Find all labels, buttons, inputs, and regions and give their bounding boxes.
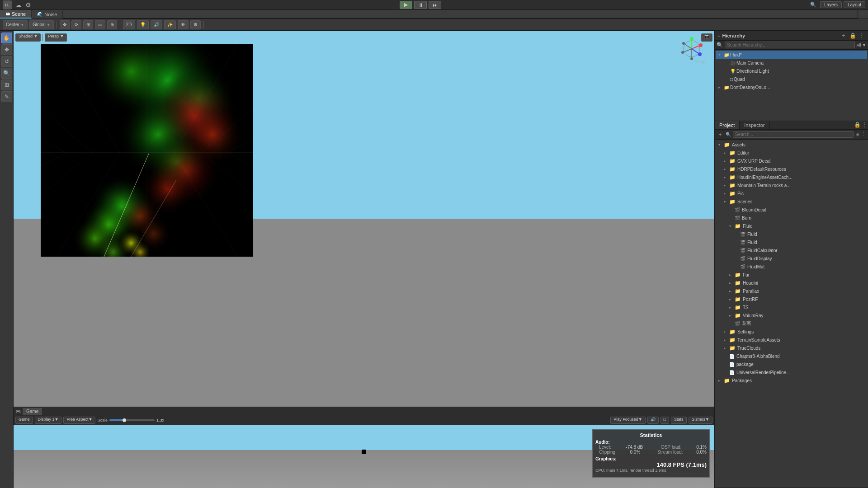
orbit-btn[interactable]: ↺ bbox=[1, 56, 12, 67]
project-view-options[interactable]: ⊞ bbox=[855, 131, 859, 137]
fx-btn[interactable]: ✨ bbox=[164, 20, 176, 29]
project-item[interactable]: ▸ 📁 GVX URP Decal bbox=[716, 157, 867, 165]
left-tool-panel: ✋ ✥ ↺ 🔍 ⊞ ✎ bbox=[0, 31, 14, 488]
play-focused-btn[interactable]: Play Focused▼ bbox=[610, 417, 645, 424]
2d-btn[interactable]: 2D bbox=[123, 20, 135, 29]
stats-btn[interactable]: Stats bbox=[671, 417, 687, 424]
rotate-tool-btn[interactable]: ⟳ bbox=[71, 20, 81, 29]
hierarchy-item[interactable]: 🎥 Main Camera bbox=[716, 59, 867, 67]
scale-tool-btn[interactable]: ⊞ bbox=[83, 20, 93, 29]
project-item[interactable]: ▸ 📁 TrueClouds bbox=[716, 344, 867, 352]
project-item[interactable]: 🎬 BloomDecal bbox=[716, 206, 867, 214]
project-item[interactable]: 🎬 花画 bbox=[716, 319, 867, 328]
scene-tab[interactable]: 🏔 Scene bbox=[0, 10, 32, 19]
aspect-dropdown[interactable]: Free Aspect▼ bbox=[63, 417, 95, 424]
audio-btn[interactable]: 🔊 bbox=[151, 20, 162, 29]
shaded-dropdown[interactable]: Shaded ▼ bbox=[15, 33, 41, 42]
gizmos-toolbar-btn[interactable]: ⚙ bbox=[190, 20, 201, 29]
project-item[interactable]: ▸ 📁 Mountain Terrain rocks a... bbox=[716, 181, 867, 189]
project-tab[interactable]: Project bbox=[715, 121, 740, 129]
hierarchy-lock-btn[interactable]: 🔒 bbox=[849, 32, 856, 39]
hierarchy-item[interactable]: ▸ 📁 DontDestroyOnLo... ⋮ bbox=[716, 83, 867, 91]
project-item[interactable]: 🎬 FluidDisplay bbox=[716, 254, 867, 263]
hierarchy-item[interactable]: ▾ 📁 Fluid* ⋮ bbox=[716, 51, 867, 59]
layout-dropdown[interactable]: Layout bbox=[844, 1, 865, 8]
project-more-btn[interactable]: ⋮ bbox=[861, 121, 868, 128]
rect-tool-btn[interactable]: ▭ bbox=[95, 20, 105, 29]
project-item[interactable]: 🎬 Fluid bbox=[716, 238, 867, 246]
project-item[interactable]: 🎬 FluidCalculator bbox=[716, 246, 867, 254]
project-item[interactable]: ▸ 📁 Editor bbox=[716, 149, 867, 157]
step-button[interactable]: ⏭ bbox=[429, 1, 441, 9]
project-item[interactable]: ▸ 📁 Parallax bbox=[716, 287, 867, 295]
transform-tool-btn[interactable]: ⊕ bbox=[107, 20, 117, 29]
game-viewport[interactable]: Game Display 1▼ Free Aspect▼ Scale 1.3x … bbox=[14, 416, 714, 488]
project-add-btn[interactable]: + bbox=[717, 131, 724, 138]
project-item[interactable]: ▾ 📁 Scenes bbox=[716, 197, 867, 206]
project-item[interactable]: ▸ 📁 Packages bbox=[716, 376, 867, 385]
tabs-more-icon[interactable]: ⋮ bbox=[858, 10, 868, 19]
project-item[interactable]: ▸ 📁 Settings bbox=[716, 328, 867, 336]
scene-view[interactable]: Shaded ▼ Persp ▼ 📷 bbox=[14, 31, 714, 407]
hierarchy-all-label[interactable]: All ▼ bbox=[857, 43, 866, 47]
layers-dropdown[interactable]: Layers bbox=[820, 1, 842, 8]
project-item[interactable]: 🎬 Burn bbox=[716, 214, 867, 222]
display-dropdown[interactable]: Display 1▼ bbox=[35, 417, 62, 424]
hierarchy-item[interactable]: □ Quad bbox=[716, 75, 867, 83]
hand-tool-btn[interactable]: ✋ bbox=[1, 33, 12, 43]
hierarchy-more-btn[interactable]: ⋮ bbox=[858, 32, 865, 39]
project-item[interactable]: ▸ 📁 PostRF bbox=[716, 295, 867, 303]
light-btn[interactable]: 💡 bbox=[137, 20, 149, 29]
project-item[interactable]: ▾ 📁 Assets bbox=[716, 141, 867, 149]
scene-gizmo[interactable]: Persp bbox=[678, 35, 705, 62]
toolbar-more-icon[interactable]: ⋮ bbox=[860, 22, 865, 28]
cloud-icon[interactable]: ☁ bbox=[15, 1, 22, 9]
gizmos-game-btn[interactable]: Gizmos▼ bbox=[689, 417, 712, 424]
project-item[interactable]: 🎬 FluidMat bbox=[716, 263, 867, 271]
hierarchy-item[interactable]: 💡 Directional Light bbox=[716, 67, 867, 75]
project-item[interactable]: 📄 UniversalRenderPipeline... bbox=[716, 368, 867, 376]
pause-button[interactable]: ⏸ bbox=[414, 1, 427, 9]
tree-item-more[interactable]: ⋮ bbox=[863, 85, 867, 89]
project-item[interactable]: ▸ 📁 TerrainSampleAssets bbox=[716, 336, 867, 344]
brush-btn[interactable]: ✎ bbox=[1, 91, 12, 102]
tree-item-icon: 📁 bbox=[724, 52, 729, 57]
project-item[interactable]: 🎬 Fluid bbox=[716, 230, 867, 238]
scale-slider[interactable] bbox=[109, 419, 155, 421]
global-dropdown[interactable]: Global ▼ bbox=[29, 20, 54, 29]
project-item[interactable]: ▸ 📁 Pic bbox=[716, 189, 867, 197]
project-item[interactable]: 📄 package bbox=[716, 360, 867, 368]
scene-more-menu[interactable]: ⋮ bbox=[708, 33, 712, 38]
project-search-input[interactable] bbox=[733, 131, 854, 138]
project-item[interactable]: ▸ 📁 Fur bbox=[716, 271, 867, 279]
project-item[interactable]: ▸ 📁 TS bbox=[716, 303, 867, 311]
scene-visibility-btn[interactable]: 👁 bbox=[178, 20, 189, 29]
audio-mute-btn[interactable]: 🔊 bbox=[647, 417, 659, 424]
project-item[interactable]: ▸ 📁 HoudiniEngineAssetCach... bbox=[716, 173, 867, 181]
scale-slider-thumb[interactable] bbox=[123, 418, 126, 422]
center-dropdown[interactable]: Center ▼ bbox=[3, 20, 28, 29]
project-item[interactable]: 📄 Chapter8-AlphaBlend bbox=[716, 352, 867, 360]
settings-icon[interactable]: ⚙ bbox=[25, 1, 31, 9]
project-lock-icon[interactable]: ⋮ bbox=[861, 131, 866, 137]
game-dropdown[interactable]: Game bbox=[15, 417, 33, 424]
extra-btn[interactable]: ⊞ bbox=[1, 80, 12, 90]
project-lock-btn[interactable]: 🔒 bbox=[854, 121, 861, 128]
hierarchy-search-input[interactable] bbox=[725, 42, 855, 48]
move-btn[interactable]: ✥ bbox=[1, 44, 12, 55]
hierarchy-add-btn[interactable]: + bbox=[840, 32, 847, 39]
move-tool-btn[interactable]: ✥ bbox=[60, 20, 70, 29]
project-item[interactable]: ▸ 📁 VolumRay bbox=[716, 311, 867, 319]
noise-tab[interactable]: 🌊 Noise bbox=[32, 10, 63, 19]
persp-dropdown[interactable]: Persp ▼ bbox=[45, 33, 67, 42]
project-item[interactable]: ▸ 📁 HDRPDefaultResources bbox=[716, 165, 867, 173]
game-view-tab[interactable]: Game bbox=[23, 408, 42, 415]
play-button[interactable]: ▶ bbox=[400, 1, 412, 9]
inspector-tab[interactable]: Inspector bbox=[740, 121, 769, 129]
project-item[interactable]: ▸ 📁 Houdini bbox=[716, 279, 867, 287]
game-bar-more[interactable]: ⋮ bbox=[708, 408, 712, 414]
tree-item-more[interactable]: ⋮ bbox=[863, 52, 867, 57]
zoom-btn[interactable]: 🔍 bbox=[1, 68, 12, 79]
vsync-btn[interactable]: □ bbox=[660, 417, 669, 424]
project-item[interactable]: ▾ 📁 Fluid bbox=[716, 222, 867, 230]
